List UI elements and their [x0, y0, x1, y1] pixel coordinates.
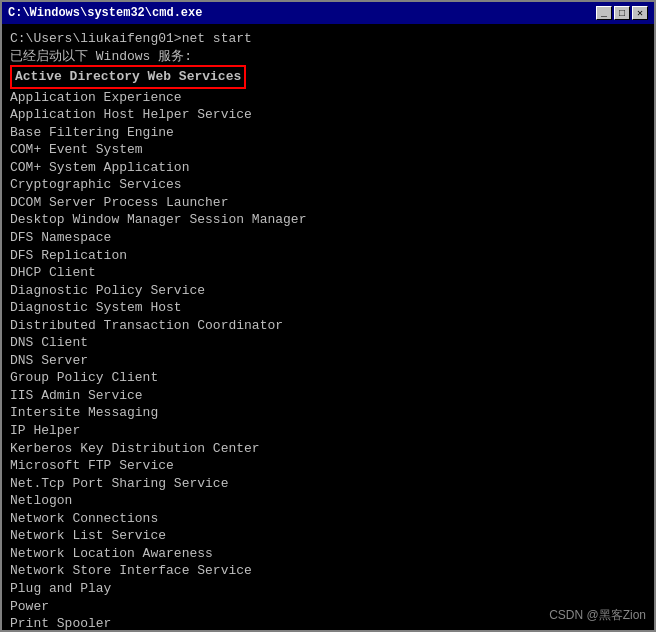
list-item: Distributed Transaction Coordinator [10, 317, 646, 335]
list-item: Microsoft FTP Service [10, 457, 646, 475]
list-item: Network Store Interface Service [10, 562, 646, 580]
console-content: C:\Users\liukaifeng01>net start 已经启动以下 W… [10, 30, 646, 89]
chinese-header: 已经启动以下 Windows 服务: [10, 49, 192, 64]
list-item: Application Host Helper Service [10, 106, 646, 124]
maximize-button[interactable]: □ [614, 6, 630, 20]
list-item: Net.Tcp Port Sharing Service [10, 475, 646, 493]
list-item: Diagnostic System Host [10, 299, 646, 317]
list-item: Group Policy Client [10, 369, 646, 387]
list-item: Intersite Messaging [10, 404, 646, 422]
list-item: COM+ System Application [10, 159, 646, 177]
list-item: COM+ Event System [10, 141, 646, 159]
service-list: Application Experience Application Host … [10, 89, 646, 630]
list-item: IIS Admin Service [10, 387, 646, 405]
list-item: Base Filtering Engine [10, 124, 646, 142]
list-item: DCOM Server Process Launcher [10, 194, 646, 212]
list-item: IP Helper [10, 422, 646, 440]
list-item: Netlogon [10, 492, 646, 510]
list-item: DFS Replication [10, 247, 646, 265]
list-item: Network List Service [10, 527, 646, 545]
list-item: Network Connections [10, 510, 646, 528]
cmd-window: C:\Windows\system32\cmd.exe _ □ ✕ C:\Use… [0, 0, 656, 632]
title-bar: C:\Windows\system32\cmd.exe _ □ ✕ [2, 2, 654, 24]
minimize-button[interactable]: _ [596, 6, 612, 20]
list-item: DNS Client [10, 334, 646, 352]
list-item: Kerberos Key Distribution Center [10, 440, 646, 458]
list-item: DNS Server [10, 352, 646, 370]
list-item: Application Experience [10, 89, 646, 107]
list-item: Network Location Awareness [10, 545, 646, 563]
list-item: Desktop Window Manager Session Manager [10, 211, 646, 229]
list-item: DFS Namespace [10, 229, 646, 247]
list-item: Cryptographic Services [10, 176, 646, 194]
list-item: Diagnostic Policy Service [10, 282, 646, 300]
list-item: Plug and Play [10, 580, 646, 598]
list-item: DHCP Client [10, 264, 646, 282]
watermark: CSDN @黑客Zion [549, 607, 646, 624]
prompt-line: C:\Users\liukaifeng01>net start [10, 31, 252, 46]
window-controls: _ □ ✕ [596, 6, 648, 20]
close-button[interactable]: ✕ [632, 6, 648, 20]
window-title: C:\Windows\system32\cmd.exe [8, 6, 202, 20]
highlighted-service: Active Directory Web Services [10, 65, 246, 89]
console-body: C:\Users\liukaifeng01>net start 已经启动以下 W… [2, 24, 654, 630]
